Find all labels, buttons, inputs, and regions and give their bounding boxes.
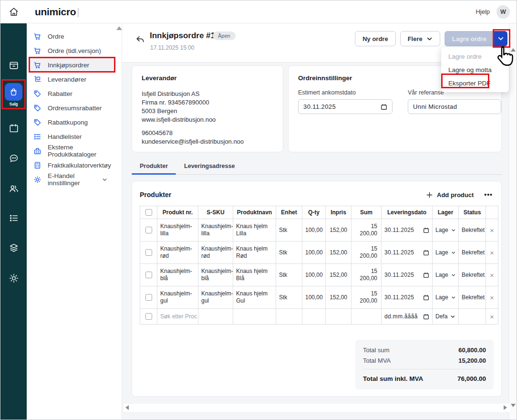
back-arrow-icon[interactable]	[135, 35, 145, 44]
remove-row-icon[interactable]: ×	[486, 242, 498, 264]
remove-row-icon[interactable]: ×	[486, 219, 498, 242]
sidebar-item-leverandorer[interactable]: Leverandører	[30, 73, 114, 86]
totals-summary: Total sum 60,800.00 Total MVA 15,200.00 …	[355, 340, 494, 389]
sidebar-item-label: E-Handel innstillinger	[48, 172, 96, 187]
save-order-button[interactable]: Lagre ordre	[445, 31, 494, 46]
total-mva-label: Total MVA	[363, 357, 391, 364]
menu-item-eksporter-pdf[interactable]: Eksporter PDF	[441, 76, 509, 90]
our-reference-input[interactable]: Unni Microstad	[408, 99, 501, 114]
catalog-icon	[33, 147, 41, 155]
chat-icon[interactable]	[0, 153, 27, 164]
stock-select[interactable]: Lage	[435, 249, 455, 256]
remove-row-icon[interactable]: ×	[486, 309, 498, 325]
scroll-down-icon[interactable]	[511, 404, 516, 407]
delivery-date-input[interactable]: 30.11.2025	[384, 272, 429, 279]
horizontal-scrollbar[interactable]	[124, 404, 510, 412]
sidebar-item-ordre[interactable]: Ordre	[30, 30, 114, 43]
delivery-date-input[interactable]: dd.mm.åååå	[384, 313, 429, 320]
hand-truck-icon	[33, 75, 41, 84]
task-list-icon[interactable]	[0, 213, 27, 223]
stock-select[interactable]: Defa	[435, 313, 455, 320]
sidebar-item-label: Handlelister	[48, 133, 82, 140]
col-delivery: Leveringsdato	[382, 206, 433, 219]
stock-select[interactable]: Lage	[435, 294, 455, 301]
sidebar-scroll-up-icon[interactable]	[116, 26, 122, 30]
sidebar-item-handlelister[interactable]: Handlelister	[30, 130, 114, 143]
sidebar-item-label: Ordre (tidl.versjon)	[48, 47, 101, 54]
supplier-email: kundeservice@isfjell-distribusjon.noo	[142, 137, 273, 146]
row-checkbox[interactable]	[145, 249, 152, 256]
sidebar-item-label: Eksterne Produktkataloger	[48, 144, 114, 158]
settings-gear-icon[interactable]	[0, 273, 27, 284]
save-dropdown-caret[interactable]	[494, 31, 507, 46]
scroll-left-icon[interactable]	[125, 405, 129, 410]
new-order-button[interactable]: Ny ordre	[355, 31, 395, 46]
stock-select[interactable]: Lage	[435, 272, 455, 279]
scroll-up-icon[interactable]	[511, 48, 516, 52]
chevron-down-icon	[450, 314, 455, 319]
home-icon[interactable]	[0, 7, 27, 17]
cart-icon	[33, 61, 41, 69]
products-card-title: Produkter	[140, 191, 171, 199]
calendar-icon	[423, 227, 429, 233]
content-area: Leverandør Isfjell Distribusjon AS Firma…	[122, 63, 510, 420]
delivery-date-input[interactable]: 30.11.2025	[384, 227, 429, 234]
vertical-scrollbar[interactable]	[509, 23, 517, 420]
sidebar-item-ehandel-innstillinger[interactable]: E-Handel innstillinger	[30, 173, 114, 186]
total-sum-value: 60,800.00	[458, 346, 486, 354]
sidebar-item-innkjopsordrer[interactable]: Innkjøpsordrer	[30, 58, 114, 72]
supplier-card: Leverandør Isfjell Distribusjon AS Firma…	[132, 65, 283, 152]
chevron-down-icon	[102, 177, 107, 182]
row-checkbox[interactable]	[145, 272, 152, 278]
archive-icon[interactable]	[0, 60, 27, 71]
status-cell: Bekreftet	[459, 286, 486, 309]
scroll-right-icon[interactable]	[504, 405, 507, 410]
row-checkbox[interactable]	[145, 294, 152, 301]
menu-item-lagre-ordre[interactable]: Lagre ordre	[441, 50, 509, 63]
calendar-icon[interactable]	[0, 123, 27, 134]
new-product-row: Søk etter Proc dd.mm.åååå Defa ×	[140, 309, 498, 325]
chevron-down-icon	[451, 250, 455, 255]
remove-row-icon[interactable]: ×	[486, 286, 498, 309]
users-icon[interactable]	[0, 183, 27, 194]
more-button[interactable]: Flere	[400, 31, 440, 46]
sidebar-item-eksterne-produktkataloger[interactable]: Eksterne Produktkataloger	[30, 144, 114, 158]
supplier-card-title: Leverandør	[142, 74, 273, 82]
more-options-icon[interactable]: •••	[484, 191, 493, 199]
sidebar-item-rabattkupong[interactable]: Rabattkupong	[30, 116, 114, 129]
sidebar-item-label: Rabattkupong	[48, 119, 88, 126]
row-checkbox[interactable]	[145, 313, 152, 320]
app-window: { "topbar": { "logo": "unimicro", "help_…	[0, 0, 517, 420]
delivery-date-input[interactable]: 30.11.2025	[384, 294, 429, 301]
sidebar-item-ordresumsrabatter[interactable]: Ordresumsrabatter	[30, 101, 114, 115]
calendar-icon[interactable]	[381, 104, 387, 110]
remove-row-icon[interactable]: ×	[486, 264, 498, 286]
row-checkbox[interactable]	[145, 227, 152, 233]
layers-icon[interactable]	[0, 242, 27, 253]
delivery-date-input[interactable]: 30.11.2025	[384, 249, 429, 256]
status-badge: Åpen	[213, 32, 236, 40]
tag-icon	[33, 118, 41, 126]
sidebar-item-ordre-tidl[interactable]: Ordre (tidl.versjon)	[30, 44, 114, 57]
sidebar-item-label: Leverandører	[48, 76, 86, 83]
select-all-checkbox[interactable]	[145, 209, 152, 216]
status-cell: Bekreftet	[459, 242, 486, 264]
total-sum-label: Total sum	[363, 346, 390, 354]
nav-sales-active[interactable]	[5, 83, 22, 101]
supplier-website: www.isfjell-distribusjon.noo	[142, 116, 273, 124]
avatar[interactable]: W	[496, 5, 510, 19]
sidebar-item-fraktkalkulatorverktoy[interactable]: Fraktkalkulatorverktøy	[30, 158, 114, 172]
help-link[interactable]: Hjelp	[476, 8, 490, 15]
tab-produkter[interactable]: Produkter	[132, 160, 176, 174]
tab-leveringsadresse[interactable]: Leveringsadresse	[176, 160, 243, 174]
eta-date-input[interactable]: 30.11.2025	[298, 99, 393, 114]
add-product-button[interactable]: Add product	[426, 191, 474, 199]
product-search-input[interactable]: Søk etter Proc	[160, 313, 197, 320]
table-row: Knaushjelm-lilla Knaushjelm-lilla Knaus …	[140, 219, 498, 242]
stock-select[interactable]: Lage	[435, 227, 455, 234]
menu-item-lagre-og-motta[interactable]: Lagre og motta	[441, 63, 509, 76]
products-table: Produkt nr. S-SKU Produktnavn Enhet Q-ty…	[140, 206, 498, 325]
chevron-down-icon	[451, 295, 455, 300]
calculator-icon	[33, 161, 41, 169]
sidebar-item-rabatter[interactable]: Rabatter	[30, 87, 114, 100]
